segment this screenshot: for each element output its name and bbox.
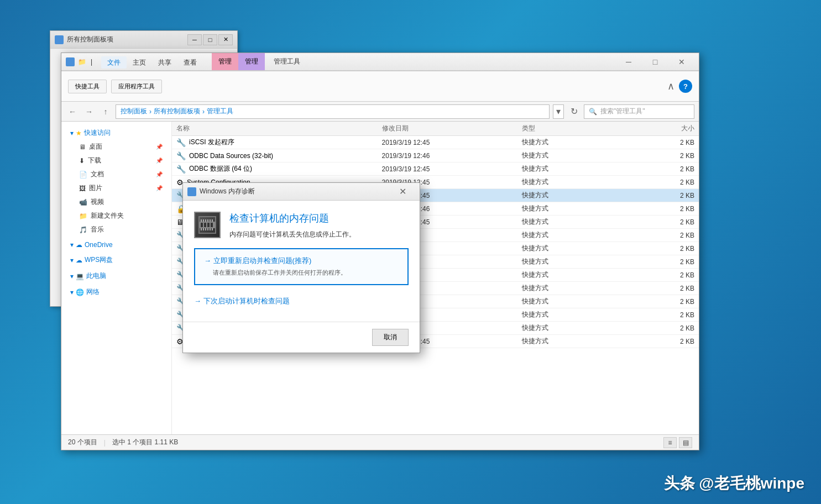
file-size-diskclean: 2 KB <box>624 218 699 226</box>
maximize-button[interactable]: □ <box>642 54 668 70</box>
file-icon-odbc64: 🔧 <box>176 165 186 174</box>
search-icon: 🔍 <box>589 108 597 116</box>
titlebar: 📁 | 文件 主页 共享 查看 管理 管理 管理工具 ─ □ ✕ <box>61 53 699 71</box>
header-date[interactable]: 修改日期 <box>378 124 517 133</box>
file-type-odbc64: 快捷方式 <box>517 164 625 174</box>
sidebar-item-music[interactable]: 🎵 音乐 <box>61 223 171 237</box>
status-separator: | <box>104 439 106 447</box>
window-controls: ─ □ ✕ <box>616 54 694 70</box>
quick-tools-btn[interactable]: 快捷工具 <box>68 80 107 93</box>
file-size-components: 2 KB <box>624 338 699 345</box>
refresh-button[interactable]: ↻ <box>567 105 581 118</box>
svg-rect-12 <box>203 228 204 230</box>
file-row-odbc32[interactable]: 🔧 ODBC Data Sources (32-bit) 2019/3/19 1… <box>172 149 699 162</box>
tab-manage1[interactable]: 管理 <box>212 53 238 70</box>
sidebar-item-new-folder[interactable]: 📁 新建文件夹 <box>61 209 171 223</box>
file-icon-iscsi: 🔧 <box>176 138 186 147</box>
path-dropdown-button[interactable]: ▾ <box>553 104 564 119</box>
up-button[interactable]: ↑ <box>99 105 112 118</box>
back-button[interactable]: ← <box>66 105 79 118</box>
path-all-items[interactable]: 所有控制面板项 <box>154 107 200 116</box>
sidebar-item-videos[interactable]: 📹 视频 <box>61 195 171 209</box>
file-type-15: 快捷方式 <box>517 323 625 333</box>
file-type-14: 快捷方式 <box>517 310 625 319</box>
address-bar: ← → ↑ 控制面板 › 所有控制面板项 › 管理工具 ▾ ↻ 🔍 搜索"管理工… <box>61 102 699 122</box>
search-placeholder: 搜索"管理工具" <box>600 107 645 116</box>
file-type-12: 快捷方式 <box>517 284 625 293</box>
file-date-iscsi: 2019/3/19 12:45 <box>378 139 517 146</box>
tab-home[interactable]: 主页 <box>127 56 152 69</box>
svg-rect-15 <box>210 228 211 230</box>
expand-ribbon-btn[interactable]: ∧ <box>667 80 674 92</box>
bg-close-button[interactable]: ✕ <box>218 34 233 45</box>
dialog-option-restart-now[interactable]: → 立即重新启动并检查问题(推荐) 请在重新启动前保存工作并关闭任何打开的程序。 <box>194 248 409 285</box>
tab-share[interactable]: 共享 <box>152 56 177 69</box>
path-admin-tools[interactable]: 管理工具 <box>207 107 233 116</box>
search-box[interactable]: 🔍 搜索"管理工具" <box>584 104 694 119</box>
sidebar-section-mypc: ▾ 💻 此电脑 <box>61 269 171 283</box>
dialog-body: 检查计算机的内存问题 内存问题可使计算机丢失信息或停止工作。 → 立即重新启动并… <box>183 201 420 322</box>
sidebar-quick-access-header[interactable]: ▾ ★ 快速访问 <box>61 126 171 140</box>
help-button[interactable]: ? <box>679 80 692 93</box>
view-list-button[interactable]: ≡ <box>663 437 677 448</box>
file-row-iscsi[interactable]: 🔧 iSCSI 发起程序 2019/3/19 12:45 快捷方式 2 KB <box>172 136 699 149</box>
file-name-odbc64: ODBC 数据源 (64 位) <box>189 164 252 174</box>
close-button[interactable]: ✕ <box>669 54 694 70</box>
header-name[interactable]: 名称 <box>172 124 378 133</box>
file-row-odbc64[interactable]: 🔧 ODBC 数据源 (64 位) 2019/3/19 12:45 快捷方式 2… <box>172 162 699 176</box>
sidebar-wps-header[interactable]: ▾ ☁ WPS网盘 <box>61 253 171 267</box>
sidebar-onedrive-header[interactable]: ▾ ☁ OneDrive <box>61 239 171 251</box>
selected-info: 选中 1 个项目 1.11 KB <box>112 438 178 447</box>
status-bar: 20 个项目 | 选中 1 个项目 1.11 KB ≡ ▤ <box>61 434 699 450</box>
sidebar-section-network: ▾ 🌐 网络 <box>61 285 171 299</box>
file-date-odbc64: 2019/3/19 12:45 <box>378 165 517 173</box>
onedrive-icon: ☁ <box>76 241 82 249</box>
dialog-option2-title: → 下次启动计算机时检查问题 <box>194 296 290 306</box>
tab-file[interactable]: 文件 <box>101 56 127 69</box>
svg-rect-7 <box>205 219 206 222</box>
dialog-icon <box>187 187 196 196</box>
tab-view[interactable]: 查看 <box>177 56 203 69</box>
bg-minimize-button[interactable]: ─ <box>187 34 202 45</box>
minimize-button[interactable]: ─ <box>616 54 641 70</box>
bg-window-title: 所有控制面板项 <box>67 35 113 44</box>
file-type-9: 快捷方式 <box>517 244 625 253</box>
cancel-button[interactable]: 取消 <box>372 329 409 346</box>
svg-rect-3 <box>207 223 210 227</box>
sidebar-network-header[interactable]: ▾ 🌐 网络 <box>61 285 171 299</box>
view-details-button[interactable]: ▤ <box>679 437 692 448</box>
file-type-odbc32: 快捷方式 <box>517 151 625 160</box>
sidebar-section-wps: ▾ ☁ WPS网盘 <box>61 253 171 267</box>
address-path[interactable]: 控制面板 › 所有控制面板项 › 管理工具 <box>116 104 550 119</box>
watermark: 头条 @老毛桃winpe <box>664 473 804 494</box>
file-size-odbc32: 2 KB <box>624 152 699 160</box>
bg-window-controls: ─ □ ✕ <box>187 34 233 45</box>
dialog-option-next-start[interactable]: → 下次启动计算机时检查问题 <box>194 292 409 311</box>
svg-rect-14 <box>207 228 208 230</box>
tab-manage2[interactable]: 管理 <box>238 53 265 70</box>
header-size[interactable]: 大小 <box>624 124 699 133</box>
file-size-14: 2 KB <box>624 311 699 319</box>
dialog-description: 内存问题可使计算机丢失信息或停止工作。 <box>229 229 355 239</box>
path-control-panel[interactable]: 控制面板 <box>121 107 147 116</box>
dialog-header-row: 检查计算机的内存问题 内存问题可使计算机丢失信息或停止工作。 <box>194 212 409 239</box>
dialog-close-button[interactable]: ✕ <box>390 184 415 200</box>
sidebar-item-desktop[interactable]: 🖥 桌面 📌 <box>61 140 171 154</box>
dialog-option1-title: → 立即重新启动并检查问题(推荐) <box>204 256 399 266</box>
bg-titlebar: 所有控制面板项 ─ □ ✕ <box>50 31 237 49</box>
sidebar-mypc-header[interactable]: ▾ 💻 此电脑 <box>61 269 171 283</box>
dialog-titlebar: Windows 内存诊断 ✕ <box>183 183 420 201</box>
dialog-app-icon <box>194 212 221 238</box>
bg-maximize-button[interactable]: □ <box>203 34 217 45</box>
svg-rect-5 <box>201 219 202 222</box>
file-type-11: 快捷方式 <box>517 270 625 280</box>
items-count: 20 个项目 <box>68 438 97 447</box>
sidebar-item-documents[interactable]: 📄 文档 📌 <box>61 167 171 181</box>
svg-rect-10 <box>212 219 213 222</box>
sidebar-item-downloads[interactable]: ⬇ 下载 📌 <box>61 154 171 167</box>
svg-rect-2 <box>204 223 206 227</box>
app-tools-btn[interactable]: 应用程序工具 <box>111 80 162 93</box>
header-type[interactable]: 类型 <box>517 124 625 133</box>
sidebar-item-pictures[interactable]: 🖼 图片 📌 <box>61 181 171 195</box>
forward-button[interactable]: → <box>82 105 96 118</box>
